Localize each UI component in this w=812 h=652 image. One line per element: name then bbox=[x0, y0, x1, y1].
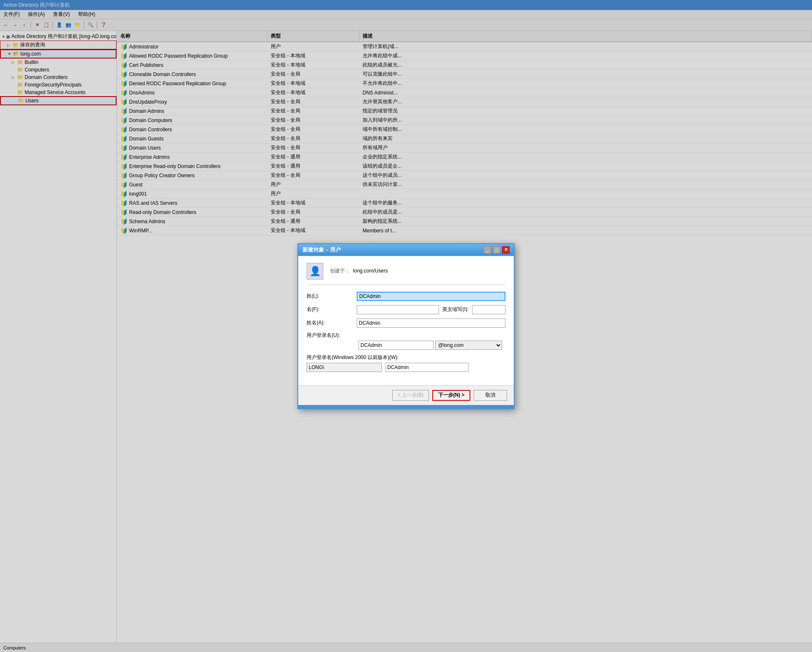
dialog-bottom-bar bbox=[298, 405, 514, 408]
lastname-field bbox=[357, 292, 505, 301]
dialog-body: 👤 创建于： long.com/Users 姓(L): 名(F): 英文缩写(I… bbox=[298, 256, 514, 386]
dialog-overlay: 新建对象 – 用户 _ □ ✕ 👤 创建于： long.com/Users 姓(… bbox=[0, 0, 812, 652]
cancel-button[interactable]: 取消 bbox=[474, 390, 507, 401]
firstname-label: 名(F): bbox=[307, 306, 357, 313]
domain-select[interactable]: @long.com bbox=[435, 341, 502, 350]
dialog-close-btn[interactable]: ✕ bbox=[502, 246, 510, 254]
login-section-label: 用户登录名(U): bbox=[307, 332, 505, 339]
firstname-row: 名(F): 英文缩写(I): bbox=[307, 305, 505, 314]
lastname-input[interactable] bbox=[357, 292, 505, 301]
login-row: @long.com bbox=[307, 341, 505, 350]
firstname-input[interactable] bbox=[357, 305, 439, 314]
dialog-minimize-btn[interactable]: _ bbox=[484, 246, 491, 254]
dialog-titlebar: 新建对象 – 用户 _ □ ✕ bbox=[298, 244, 514, 256]
win2000-row: 用户登录名(Windows 2000 以前版本)(W): bbox=[307, 354, 505, 372]
created-path: long.com/Users bbox=[353, 268, 388, 274]
win2000-domain-input bbox=[307, 363, 382, 372]
win2000-label: 用户登录名(Windows 2000 以前版本)(W): bbox=[307, 354, 505, 361]
win2000-user-input[interactable] bbox=[385, 363, 469, 372]
created-label: 创建于： bbox=[330, 268, 350, 274]
lastname-row: 姓(L): bbox=[307, 292, 505, 301]
next-button[interactable]: 下一步(N) > bbox=[432, 390, 470, 401]
dialog-created-info: 创建于： long.com/Users bbox=[330, 267, 388, 275]
new-user-dialog: 新建对象 – 用户 _ □ ✕ 👤 创建于： long.com/Users 姓(… bbox=[297, 243, 515, 409]
fullname-label: 姓名(A): bbox=[307, 319, 357, 326]
user-avatar: 👤 bbox=[307, 263, 323, 280]
abbr-label: 英文缩写(I): bbox=[442, 306, 469, 313]
fullname-input[interactable] bbox=[357, 318, 505, 328]
prev-button[interactable]: < 上一步(B) bbox=[392, 390, 429, 401]
dialog-maximize-btn[interactable]: □ bbox=[493, 246, 500, 254]
login-input[interactable] bbox=[358, 341, 434, 350]
dialog-footer: < 上一步(B) 下一步(N) > 取消 bbox=[298, 386, 514, 405]
login-label-text: 用户登录名(U): bbox=[307, 332, 340, 338]
win2000-inputs bbox=[307, 363, 505, 372]
abbr-input[interactable] bbox=[472, 305, 505, 314]
fullname-row: 姓名(A): bbox=[307, 318, 505, 328]
fullname-field bbox=[357, 318, 505, 328]
lastname-label: 姓(L): bbox=[307, 293, 357, 300]
dialog-header-info: 👤 创建于： long.com/Users bbox=[307, 263, 505, 285]
dialog-title: 新建对象 – 用户 bbox=[302, 246, 341, 254]
